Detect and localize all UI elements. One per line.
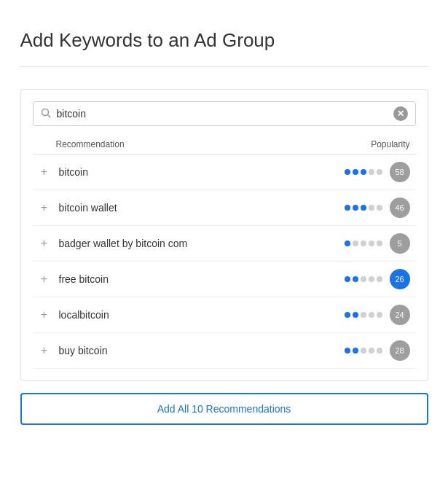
- popularity-badge: 24: [390, 305, 410, 325]
- popularity-badge: 5: [390, 233, 410, 254]
- dot-filled: [345, 205, 350, 211]
- dot-empty: [377, 276, 382, 282]
- keyword-list: +bitcoin58+bitcoin wallet46+badger walle…: [33, 155, 416, 369]
- dot-filled: [361, 205, 366, 211]
- dot-filled: [345, 169, 350, 175]
- dot-empty: [369, 241, 374, 246]
- table-row: +free bitcoin26: [33, 262, 416, 297]
- popularity-dots: [345, 205, 382, 211]
- dot-filled: [353, 312, 358, 318]
- dot-filled: [353, 205, 358, 211]
- add-keyword-icon[interactable]: +: [39, 165, 50, 179]
- popularity-dots: [345, 169, 382, 175]
- table-row: +bitcoin58: [33, 155, 416, 190]
- svg-line-1: [47, 114, 50, 117]
- dot-filled: [353, 348, 358, 353]
- keyword-text: free bitcoin: [59, 273, 345, 285]
- popularity-dots: [345, 241, 382, 246]
- dot-filled: [345, 312, 350, 318]
- popularity-badge: 46: [390, 198, 410, 218]
- page-container: Add Keywords to an Ad Group ✕ Recommenda…: [20, 29, 428, 425]
- popularity-dots: [345, 276, 382, 282]
- dot-empty: [369, 312, 374, 318]
- recommendation-header: Recommendation: [56, 139, 125, 149]
- search-box: ✕: [33, 101, 416, 126]
- dot-filled: [345, 348, 350, 353]
- dot-filled: [353, 276, 358, 282]
- popularity-badge: 28: [390, 340, 410, 361]
- popularity-dots: [345, 312, 382, 318]
- dot-empty: [377, 312, 382, 318]
- dot-empty: [353, 241, 358, 246]
- add-all-button[interactable]: Add All 10 Recommendations: [20, 393, 428, 425]
- keyword-text: localbitcoin: [59, 309, 345, 321]
- divider: [20, 66, 428, 67]
- dot-empty: [361, 348, 366, 353]
- keyword-card: ✕ Recommendation Popularity +bitcoin58+b…: [20, 89, 428, 381]
- dot-empty: [369, 348, 374, 353]
- keyword-text: buy bitcoin: [59, 345, 345, 356]
- dot-empty: [377, 169, 382, 175]
- keyword-text: bitcoin: [59, 166, 345, 178]
- table-row: +badger wallet by bitcoin com5: [33, 226, 416, 262]
- add-keyword-icon[interactable]: +: [39, 344, 50, 357]
- dot-empty: [361, 241, 366, 246]
- dot-filled: [345, 276, 350, 282]
- dot-empty: [361, 276, 366, 282]
- keyword-text: badger wallet by bitcoin com: [59, 238, 345, 249]
- dot-empty: [377, 348, 382, 353]
- dot-empty: [361, 312, 366, 318]
- keyword-text: bitcoin wallet: [59, 202, 345, 214]
- table-row: +localbitcoin24: [33, 297, 416, 333]
- search-icon: [41, 108, 51, 120]
- search-input[interactable]: [57, 108, 393, 120]
- dot-empty: [377, 205, 382, 211]
- popularity-header: Popularity: [371, 139, 409, 149]
- dot-empty: [377, 241, 382, 246]
- table-row: +buy bitcoin28: [33, 333, 416, 369]
- clear-icon[interactable]: ✕: [393, 106, 408, 121]
- dot-filled: [361, 169, 366, 175]
- add-keyword-icon[interactable]: +: [39, 308, 50, 321]
- add-keyword-icon[interactable]: +: [39, 237, 50, 250]
- popularity-dots: [345, 348, 382, 353]
- page-title: Add Keywords to an Ad Group: [20, 29, 428, 52]
- dot-filled: [353, 169, 358, 175]
- dot-empty: [369, 276, 374, 282]
- popularity-badge: 58: [390, 162, 410, 182]
- table-header: Recommendation Popularity: [33, 135, 416, 155]
- popularity-badge: 26: [390, 269, 410, 289]
- table-row: +bitcoin wallet46: [33, 190, 416, 226]
- dot-filled: [345, 241, 350, 246]
- add-keyword-icon[interactable]: +: [39, 201, 50, 214]
- dot-empty: [369, 205, 374, 211]
- dot-empty: [369, 169, 374, 175]
- add-keyword-icon[interactable]: +: [39, 273, 50, 286]
